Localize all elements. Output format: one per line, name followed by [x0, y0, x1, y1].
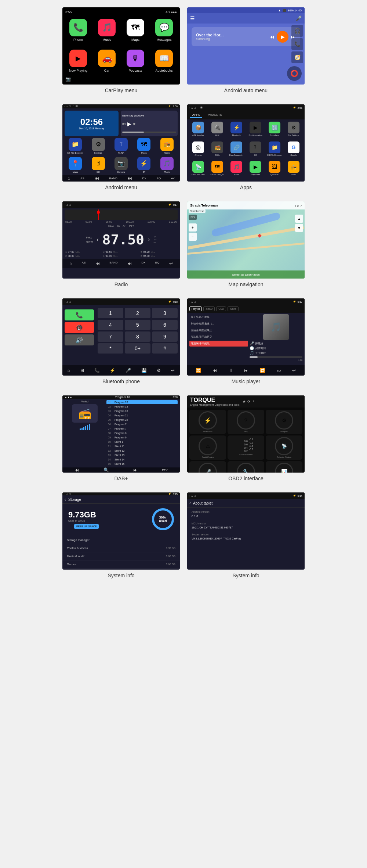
bt-key-9[interactable]: 9: [152, 331, 178, 342]
map-home-btn[interactable]: ⌂: [297, 204, 299, 208]
android-app-maps2[interactable]: 🗺 Maps: [133, 138, 155, 154]
aa-play-button[interactable]: ▶: [277, 31, 288, 43]
carplay-app-music[interactable]: 🎵 Music: [94, 16, 120, 44]
app-music3[interactable]: 🎵 Music: [228, 161, 245, 179]
apps-sq-icon[interactable]: □: [194, 107, 196, 109]
music-progress[interactable]: [250, 356, 302, 358]
aa-nav-button[interactable]: 🧭: [291, 51, 303, 63]
nav-as[interactable]: AS: [80, 177, 84, 180]
nav-dx[interactable]: DX: [142, 177, 146, 180]
bt-key-5[interactable]: 5: [125, 320, 150, 330]
nav-next[interactable]: ⏭: [128, 176, 132, 181]
bt-nav-sd[interactable]: 💾: [141, 368, 147, 373]
app-radio2[interactable]: 📻 Radio: [285, 161, 302, 179]
nav-eq2[interactable]: EQ: [157, 177, 161, 180]
about-back-btn[interactable]: ‹: [189, 501, 191, 506]
android-app-loc[interactable]: 📍 Maps: [65, 157, 86, 173]
dab-program-12[interactable]: 12 Silent 12: [106, 449, 178, 453]
aa-headphone-button[interactable]: 🎧: [291, 25, 303, 37]
music-track-5[interactable]: 陈慧娴-千千阙歌: [189, 341, 248, 347]
dab-program-07[interactable]: 07 Program 7: [106, 427, 178, 431]
map-zoom-in[interactable]: +: [189, 223, 197, 232]
about-home-nav[interactable]: ⌂: [191, 495, 193, 497]
dab-program-11[interactable]: 11 Silent 11: [106, 444, 178, 448]
map-down-btn[interactable]: ▼: [295, 224, 303, 232]
radio-preset-4[interactable]: 4 93.90 MHz: [103, 255, 139, 257]
home-icon[interactable]: ⌂: [66, 105, 68, 108]
bt-key-8[interactable]: 8: [125, 331, 150, 342]
aa-home-button[interactable]: ⭕: [287, 66, 302, 81]
app-google[interactable]: G Google: [285, 141, 302, 160]
dab-program-10[interactable]: 10 Silent 1: [106, 440, 178, 444]
radio-preset-1[interactable]: 1 87.80 MHz: [65, 251, 102, 253]
app-playstore[interactable]: ▶ Play Store: [247, 161, 264, 179]
carplay-app-podcasts[interactable]: 🎙 Podcasts: [123, 47, 148, 75]
radio-next-btn[interactable]: ⏭: [127, 261, 132, 266]
bt-key-star[interactable]: *: [98, 343, 123, 354]
carplay-app-messages[interactable]: 💬 Messages: [151, 16, 177, 44]
music-next-icon[interactable]: ⏭: [133, 122, 137, 126]
app-bluetooth[interactable]: ⚡ Bluetooth: [228, 122, 245, 140]
dab-program-13[interactable]: 13 Silent 13: [106, 453, 178, 457]
radio-home-btn[interactable]: ⌂: [69, 261, 72, 266]
sq-icon[interactable]: □: [69, 105, 71, 108]
music-track-4[interactable]: 宝珠珠-讲不出再见: [189, 334, 248, 340]
android-app-music2[interactable]: 🎵 Music: [156, 157, 178, 173]
nav-band[interactable]: BAND: [109, 177, 117, 180]
music-prev-btn[interactable]: ⏮: [212, 368, 217, 373]
bt-key-0[interactable]: 0+: [125, 343, 150, 354]
map-3d-toggle[interactable]: 3D: [189, 215, 197, 220]
radio-next-icon[interactable]: ›: [148, 236, 150, 243]
sysinfo-free-btn[interactable]: FREE UP SPACE: [74, 524, 99, 529]
android-app-tlink[interactable]: T TLINK: [110, 138, 132, 154]
bt-key-1[interactable]: 1: [98, 308, 123, 318]
dab-nav-prev[interactable]: ⏮: [75, 467, 79, 473]
android-app-radio[interactable]: 📻 Radio: [156, 138, 178, 154]
app-dab[interactable]: 📻 DAB+: [208, 141, 226, 160]
dab-program-09[interactable]: 09 Program 9: [106, 435, 178, 440]
radio-preset-3[interactable]: 3 90.50 MHz: [103, 251, 139, 253]
bt-nav-home[interactable]: ⌂: [68, 368, 70, 373]
music-prev-icon[interactable]: ⏮: [122, 122, 126, 126]
bt-key-6[interactable]: 6: [152, 320, 178, 330]
app-gpstest[interactable]: 📡 GPS Test Plus: [189, 161, 207, 179]
aa-mic-icon[interactable]: 🎤: [295, 15, 302, 21]
app-apk[interactable]: 📦 APK Installer: [189, 122, 207, 140]
radio-preset-5[interactable]: 5 94.20 MHz: [141, 251, 177, 253]
dab-program-14[interactable]: 14 Silent 14: [106, 458, 178, 462]
bt-key-7[interactable]: 7: [98, 331, 123, 342]
map-up-btn[interactable]: ▲: [295, 215, 303, 223]
nav-prev[interactable]: ⏮: [95, 176, 99, 181]
dab-program-01[interactable]: 01 Program 10: [106, 400, 178, 404]
music-track-3[interactable]: 宝丽金-明星的晚上: [189, 327, 248, 333]
music-home-nav[interactable]: ⌂: [191, 301, 193, 303]
dab-program-05[interactable]: 05 Program 22: [106, 418, 178, 422]
app-quickpic[interactable]: 🖼 QuickPic: [266, 161, 283, 179]
bt-nav-phone[interactable]: 📞: [94, 368, 100, 373]
app-calc[interactable]: 🔢 Calculator: [266, 122, 283, 140]
bt-home-nav[interactable]: ⌂: [66, 301, 68, 303]
dab-nav-search[interactable]: 🔍: [103, 467, 109, 473]
radio-preset-2[interactable]: 2 88.30 MHz: [65, 255, 102, 257]
music-back-nav[interactable]: ‹: [189, 301, 190, 303]
bt-key-4[interactable]: 4: [98, 320, 123, 330]
about-back-nav[interactable]: ‹: [189, 495, 190, 497]
app-easyconn[interactable]: 🔗 EasyConnecti...: [228, 141, 245, 160]
aa-prev-button[interactable]: ⏮: [269, 34, 275, 40]
map-destination-btn[interactable]: Select as Destination: [232, 273, 259, 276]
bt-answer-button[interactable]: 📞: [65, 309, 94, 320]
radio-eq-btn[interactable]: EQ: [155, 261, 160, 266]
radio-home-icon[interactable]: ⌂: [66, 204, 68, 206]
apps-tab-apps[interactable]: APPS: [190, 112, 202, 118]
music-pause-btn[interactable]: ⏸: [228, 368, 233, 373]
bt-key-hash[interactable]: #: [152, 343, 178, 354]
music-back-btn[interactable]: ↩: [292, 368, 296, 373]
music-play-icon[interactable]: ▶: [127, 121, 131, 127]
app-chrome[interactable]: ◎ Chrome: [189, 141, 207, 160]
bt-hangup-button[interactable]: 📵: [65, 322, 94, 333]
apps-home-icon[interactable]: ⌂: [191, 107, 193, 109]
bt-sq-nav[interactable]: □: [69, 301, 71, 303]
dab-program-02[interactable]: 02 Program 13: [106, 405, 178, 409]
dab-program-04[interactable]: 04 Program 21: [106, 413, 178, 417]
bt-mute-button[interactable]: 🔊: [65, 334, 94, 345]
